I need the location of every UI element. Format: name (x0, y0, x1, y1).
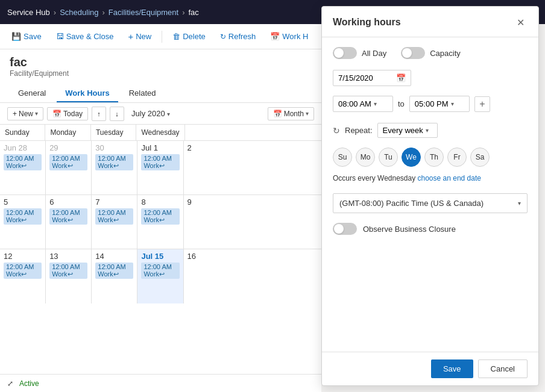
today-icon: 📅 (52, 110, 61, 118)
cal-cell-14[interactable]: 14 12:00 AM Work↩ (92, 249, 137, 303)
all-day-toggle[interactable] (333, 47, 357, 59)
time-to-label: to (398, 99, 405, 108)
capacity-toggle[interactable] (401, 47, 425, 59)
day-header-wednesday: Wednesday (136, 125, 184, 140)
tab-general[interactable]: General (10, 84, 54, 102)
repeat-icon: ↻ (333, 126, 340, 135)
refresh-button[interactable]: ↻ Refresh (215, 29, 262, 44)
day-btn-we[interactable]: We (402, 148, 421, 167)
panel-save-button[interactable]: Save (431, 359, 473, 378)
occurs-text: Occurs every Wednesday choose an end dat… (333, 174, 528, 182)
calendar-icon: 📅 (396, 73, 406, 82)
date-input[interactable]: 7/15/2020 📅 (333, 70, 411, 86)
cal-cell-7[interactable]: 7 12:00 AM Work↩ (92, 195, 137, 249)
cal-cell-2[interactable]: 2 (184, 141, 230, 194)
toolbar-separator (162, 31, 162, 43)
breadcrumb-fac: fac (189, 8, 199, 17)
save-button[interactable]: 💾 Save (6, 29, 47, 44)
new-icon: + (128, 31, 133, 42)
cal-next-button[interactable]: ↓ (110, 107, 124, 121)
chevron-down-icon: ▾ (306, 110, 309, 117)
panel-body: All Day Capacity 7/15/2020 📅 08:00 AM ▾ … (322, 37, 538, 352)
toggle-knob (402, 48, 412, 58)
all-day-label: All Day (362, 49, 386, 58)
capacity-label: Capacity (430, 49, 461, 58)
chevron-down-icon: ▾ (426, 127, 429, 134)
panel-title: Working hours (333, 17, 401, 28)
repeat-row: ↻ Repeat: Every week ▾ (333, 123, 528, 138)
cal-cell-29[interactable]: 29 12:00 AM Work↩ (46, 141, 92, 194)
day-btn-su[interactable]: Su (333, 148, 352, 167)
calendar-header-row: Sunday Monday Tuesday Wednesday (0, 125, 321, 141)
cal-cell-5[interactable]: 5 12:00 AM Work↩ (0, 195, 46, 249)
breadcrumb-scheduling: Scheduling (60, 8, 98, 17)
working-hours-panel: Working hours ✕ All Day Capacity 7/15/20… (321, 6, 539, 386)
timezone-value: (GMT-08:00) Pacific Time (US & Canada) (339, 199, 484, 208)
cal-new-button[interactable]: + New ▾ (7, 107, 43, 120)
cal-cell-13[interactable]: 13 12:00 AM Work↩ (46, 249, 92, 303)
panel-header: Working hours ✕ (322, 7, 538, 37)
end-time-select[interactable]: 05:00 PM ▾ (409, 96, 470, 112)
calendar-week-1: Jun 28 12:00 AM Work↩ 29 12:00 AM Work↩ … (0, 141, 321, 195)
calendar-week-2: 5 12:00 AM Work↩ 6 12:00 AM Work↩ 7 12:0… (0, 195, 321, 249)
save-icon: 💾 (11, 32, 21, 41)
cal-month-label: July 2020 ▾ (128, 109, 174, 118)
refresh-icon: ↻ (220, 33, 226, 41)
app-title: Service Hub (7, 8, 50, 17)
chevron-down-icon: ▾ (167, 111, 170, 117)
close-button[interactable]: ✕ (513, 15, 528, 30)
add-time-button[interactable]: + (474, 96, 490, 112)
cal-today-button[interactable]: 📅 Today (47, 107, 88, 120)
tabs: General Work Hours Related (0, 81, 321, 103)
chevron-down-icon: ▾ (35, 110, 38, 117)
cal-cell-9[interactable]: 9 (184, 195, 230, 249)
toggle-knob (334, 48, 344, 58)
day-header-sunday: Sunday (0, 125, 45, 140)
start-time-select[interactable]: 08:00 AM ▾ (333, 96, 393, 112)
delete-button[interactable]: 🗑 Delete (167, 29, 211, 44)
toolbar: 💾 Save 🖫 Save & Close + New 🗑 Delete ↻ R… (0, 24, 321, 49)
tab-related[interactable]: Related (121, 84, 165, 102)
calendar-week-3: 12 12:00 AM Work↩ 13 12:00 AM Work↩ 14 1… (0, 249, 321, 303)
breadcrumb-facilities: Facilities/Equipment (109, 8, 178, 17)
toggle-row: All Day Capacity (333, 47, 528, 59)
panel-cancel-button[interactable]: Cancel (478, 359, 528, 378)
date-row: 7/15/2020 📅 (333, 70, 528, 86)
business-closure-toggle[interactable] (333, 223, 357, 235)
cal-cell-30[interactable]: 30 12:00 AM Work↩ (92, 141, 137, 194)
chevron-down-icon: ▾ (451, 101, 454, 107)
day-btn-mo[interactable]: Mo (356, 148, 375, 167)
cal-cell-8[interactable]: 8 12:00 AM Work↩ (137, 195, 183, 249)
day-btn-th[interactable]: Th (424, 148, 444, 167)
cal-prev-button[interactable]: ↑ (92, 107, 106, 121)
save-close-button[interactable]: 🖫 Save & Close (51, 29, 119, 44)
save-close-icon: 🖫 (56, 32, 64, 41)
calendar-grid: Sunday Monday Tuesday Wednesday Jun 28 1… (0, 125, 321, 392)
day-btn-tu[interactable]: Tu (379, 148, 398, 167)
toggle-knob (334, 224, 344, 234)
time-row: 08:00 AM ▾ to 05:00 PM ▾ + (333, 96, 528, 112)
cal-cell-12[interactable]: 12 12:00 AM Work↩ (0, 249, 46, 303)
day-btn-sa[interactable]: Sa (470, 148, 490, 167)
cal-cell-6[interactable]: 6 12:00 AM Work↩ (46, 195, 92, 249)
expand-icon[interactable]: ⤢ (7, 379, 13, 388)
business-closure-label: Observe Business Closure (363, 225, 456, 234)
tab-work-hours[interactable]: Work Hours (57, 84, 118, 102)
cal-cell-jul1[interactable]: Jul 1 12:00 AM Work↩ (137, 141, 183, 194)
cal-cell-jun28[interactable]: Jun 28 12:00 AM Work↩ (0, 141, 46, 194)
repeat-value: Every week (383, 126, 423, 135)
day-header-tuesday: Tuesday (91, 125, 136, 140)
choose-end-date-link[interactable]: choose an end date (418, 174, 481, 182)
record-header: fac Facility/Equipment (0, 49, 321, 81)
day-btn-fr[interactable]: Fr (447, 148, 467, 167)
repeat-select[interactable]: Every week ▾ (377, 123, 438, 138)
work-hours-button[interactable]: 📅 Work H (265, 29, 313, 44)
timezone-dropdown[interactable]: (GMT-08:00) Pacific Time (US & Canada) ▾ (333, 193, 528, 213)
cal-cell-16[interactable]: 16 (184, 249, 230, 303)
new-button[interactable]: + New (122, 28, 157, 45)
panel-footer: Save Cancel (322, 352, 538, 385)
cal-cell-jul15[interactable]: Jul 15 12:00 AM Work↩ (137, 249, 183, 303)
repeat-label: Repeat: (345, 126, 373, 135)
start-time-value: 08:00 AM (338, 99, 371, 108)
cal-month-view-button[interactable]: 📅 Month ▾ (268, 107, 314, 120)
